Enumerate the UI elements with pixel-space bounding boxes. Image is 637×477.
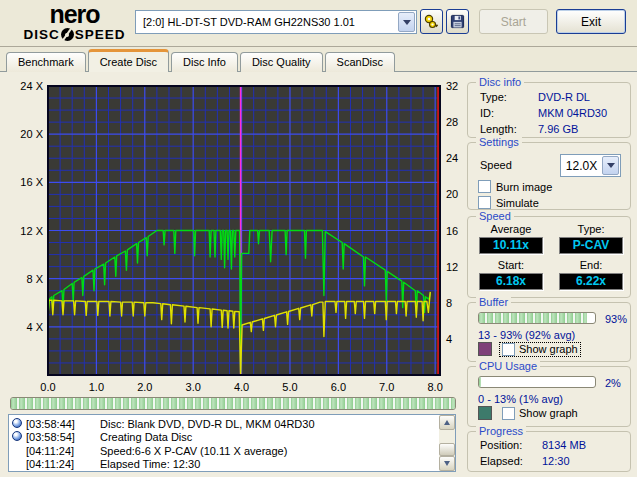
buffer-show-graph-label: Show graph	[519, 343, 578, 355]
cpu-graph-color-swatch	[478, 406, 492, 420]
progress-title: Progress	[476, 425, 526, 437]
svg-text:24: 24	[446, 152, 458, 164]
speed-select[interactable]: 12.0X	[560, 154, 621, 177]
simulate-checkbox[interactable]	[478, 196, 491, 209]
speed-type-display: P-CAV	[559, 237, 623, 254]
log-time: [04:11:24]	[26, 445, 86, 457]
scroll-thumb[interactable]	[439, 443, 455, 456]
simulate-label: Simulate	[496, 197, 539, 209]
keys-icon	[423, 13, 440, 30]
nero-discspeed-logo: nero DISCSPEED	[22, 2, 127, 42]
burn-image-checkbox[interactable]	[478, 180, 491, 193]
groupbox-cpu: CPU Usage 2% 0 - 13% (1% avg) Show graph	[467, 366, 631, 427]
log-entry: [04:11:24] Elapsed Time: 12:30	[12, 458, 437, 472]
product-text-right: SPEED	[75, 28, 126, 42]
log-text: Creating Data Disc	[86, 431, 192, 443]
drive-selector-combobox[interactable]: [2:0] HL-DT-ST DVD-RAM GH22NS30 1.01	[135, 10, 417, 34]
disc-type-value: DVD-R DL	[538, 91, 590, 103]
svg-text:20 X: 20 X	[20, 128, 43, 140]
drive-selector-value: [2:0] HL-DT-ST DVD-RAM GH22NS30 1.01	[136, 16, 398, 28]
scroll-down-button[interactable]	[439, 456, 455, 471]
tab-create-disc[interactable]: Create Disc	[88, 49, 169, 72]
burn-image-label: Burn image	[496, 181, 552, 193]
groupbox-disc-info: Disc info Type:DVD-R DL ID:MKM 04RD30 Le…	[467, 82, 631, 138]
save-floppy-icon	[450, 14, 465, 29]
info-balloon-icon	[12, 431, 22, 441]
tab-disc-info[interactable]: Disc Info	[171, 52, 238, 72]
speed-select-value: 12.0X	[561, 159, 602, 173]
chevron-down-icon	[607, 163, 615, 168]
svg-text:1.0: 1.0	[89, 381, 104, 393]
save-button[interactable]	[446, 9, 469, 34]
svg-text:8: 8	[446, 297, 452, 309]
cpu-range: 0 - 13% (1% avg)	[478, 393, 563, 405]
buffer-level-bar	[478, 312, 596, 324]
tab-benchmark[interactable]: Benchmark	[6, 52, 86, 72]
end-speed-display: 6.22x	[559, 273, 623, 290]
buffer-graph-color-swatch	[478, 342, 492, 356]
arrow-up-icon	[444, 420, 450, 425]
elapsed-value: 12:30	[542, 455, 570, 467]
cpu-show-graph-option[interactable]: Show graph	[500, 407, 580, 420]
groupbox-progress: Progress Position:8134 MB Elapsed:12:30	[467, 431, 631, 472]
tab-scandisc[interactable]: ScanDisc	[325, 52, 395, 72]
cpu-show-graph-checkbox[interactable]	[502, 407, 515, 420]
elapsed-label: Elapsed:	[480, 455, 542, 467]
exit-button[interactable]: Exit	[556, 9, 626, 34]
svg-text:24 X: 24 X	[20, 80, 43, 92]
svg-text:5.0: 5.0	[282, 381, 297, 393]
buffer-show-graph-checkbox[interactable]	[502, 343, 515, 356]
chevron-down-icon	[403, 20, 411, 25]
settings-title: Settings	[476, 136, 522, 148]
log-time: [04:11:24]	[26, 458, 86, 470]
average-speed-label: Average	[476, 223, 546, 235]
arrow-down-icon	[444, 461, 450, 466]
log-scrollbar[interactable]	[439, 415, 455, 471]
svg-text:16 X: 16 X	[20, 176, 43, 188]
log-entry: [03:58:44] Disc: Blank DVD, DVD-R DL, MK…	[12, 417, 437, 431]
disc-length-value: 7.96 GB	[538, 123, 578, 135]
speed-chart: 4 X8 X12 X16 X20 X24 X481216202428320.01…	[0, 74, 465, 396]
start-button[interactable]: Start	[479, 9, 548, 34]
svg-text:32: 32	[446, 80, 458, 92]
cpu-title: CPU Usage	[476, 360, 540, 372]
tab-disc-quality[interactable]: Disc Quality	[240, 52, 323, 72]
info-balloon-icon	[12, 418, 22, 428]
svg-text:28: 28	[446, 116, 458, 128]
cpu-usage-bar	[478, 376, 596, 388]
buffer-title: Buffer	[476, 296, 511, 308]
groupbox-buffer: Buffer 93% 13 - 93% (92% avg) Show graph	[467, 302, 631, 362]
log-entry: [03:58:54] Creating Data Disc	[12, 431, 437, 445]
disc-id-label: ID:	[480, 107, 538, 119]
groupbox-speed: Speed Average Type: 10.11x P-CAV Start: …	[467, 216, 631, 298]
status-log: [03:58:44] Disc: Blank DVD, DVD-R DL, MK…	[8, 414, 456, 472]
svg-text:2.0: 2.0	[137, 381, 152, 393]
disc-length-label: Length:	[480, 123, 538, 135]
log-time: [03:58:44]	[26, 418, 86, 430]
disc-info-title: Disc info	[476, 76, 524, 88]
title-bar: nero DISCSPEED [2:0] HL-DT-ST DVD-RAM GH…	[0, 0, 637, 47]
buffer-percent: 93%	[605, 313, 627, 325]
log-text: Disc: Blank DVD, DVD-R DL, MKM 04RD30	[86, 418, 315, 430]
options-button[interactable]	[420, 9, 443, 34]
disc-logo-icon	[61, 28, 74, 41]
speed-setting-label: Speed	[480, 159, 512, 171]
cpu-percent: 2%	[605, 377, 621, 389]
log-text: Speed:6-6 X P-CAV (10.11 X average)	[86, 445, 287, 457]
log-time: [03:58:54]	[26, 431, 86, 443]
brand-text: nero	[22, 2, 127, 27]
svg-text:16: 16	[446, 225, 458, 237]
average-speed-display: 10.11x	[479, 237, 543, 254]
scroll-up-button[interactable]	[439, 415, 455, 430]
drive-selector-dropdown-button[interactable]	[398, 12, 415, 32]
buffer-show-graph-option[interactable]: Show graph	[500, 343, 580, 356]
buffer-range: 13 - 93% (92% avg)	[478, 329, 575, 341]
position-label: Position:	[480, 439, 542, 451]
start-speed-display: 6.18x	[479, 273, 543, 290]
speed-select-dropdown-button[interactable]	[602, 156, 619, 175]
cpu-usage-fill	[479, 377, 481, 387]
svg-text:4: 4	[446, 333, 452, 345]
svg-text:20: 20	[446, 188, 458, 200]
svg-text:7.0: 7.0	[379, 381, 394, 393]
groupbox-settings: Settings Speed 12.0X Burn image Simulate	[467, 142, 631, 210]
